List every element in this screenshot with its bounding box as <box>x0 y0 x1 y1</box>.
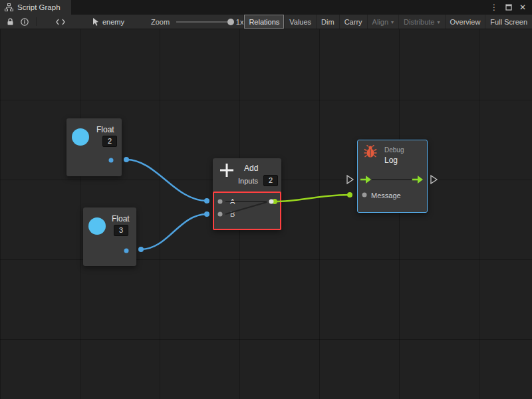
wire-float2-to-add-b[interactable] <box>141 214 207 249</box>
menu-icon[interactable]: ⋮ <box>490 3 498 11</box>
distribute-dropdown[interactable]: Distribute▾ <box>398 15 444 29</box>
script-graph-window: Script Graph ⋮ ✕ <box>0 0 532 399</box>
inputs-label: Inputs <box>238 177 258 185</box>
graph-breadcrumb[interactable]: enemy <box>92 18 124 26</box>
zoom-track <box>176 21 231 23</box>
dim-label: Dim <box>321 18 334 26</box>
node-title: Float <box>112 214 130 223</box>
wire-float1-to-add-a[interactable] <box>126 160 207 201</box>
overview-label: Overview <box>450 18 481 26</box>
plus-icon <box>219 163 234 178</box>
wire-endpoint <box>138 247 144 252</box>
wire-endpoint <box>347 192 352 198</box>
values-label: Values <box>289 18 311 26</box>
relations-label: Relations <box>249 18 279 26</box>
float-value-field[interactable]: 3 <box>114 225 128 236</box>
node-add[interactable]: Add Inputs 2 A B <box>213 158 281 230</box>
chevron-down-icon: ▾ <box>391 19 394 25</box>
wire-endpoint <box>204 211 209 217</box>
wire-endpoint <box>204 198 209 203</box>
graph-toolbar: enemy Zoom 1x Relations Values Dim Carry… <box>0 15 532 29</box>
node-title: Float <box>96 125 114 134</box>
lock-icon[interactable] <box>3 15 17 29</box>
float-value-field[interactable]: 2 <box>102 136 117 147</box>
toolbar-buttons: Relations Values Dim Carry Align▾ Distri… <box>243 15 532 29</box>
port-label-a: A <box>230 198 235 205</box>
pointer-icon <box>92 18 99 26</box>
port-debug-flow-in[interactable] <box>347 176 353 184</box>
maximize-icon[interactable] <box>505 4 512 11</box>
info-icon[interactable] <box>17 15 32 29</box>
node-float-1[interactable]: Float 2 <box>66 118 122 176</box>
float-icon <box>88 217 106 235</box>
node-float-2[interactable]: Float 3 <box>83 207 136 266</box>
overview-button[interactable]: Overview <box>445 15 485 29</box>
zoom-value: 1x <box>236 18 244 26</box>
distribute-label: Distribute <box>404 18 434 26</box>
graph-name-label: enemy <box>102 18 124 26</box>
close-icon[interactable]: ✕ <box>519 3 526 11</box>
carry-button[interactable]: Carry <box>339 15 367 29</box>
inputs-count-field[interactable]: 2 <box>263 175 278 186</box>
zoom-handle[interactable] <box>227 19 234 25</box>
node-title: Add <box>244 164 258 173</box>
toolbar-separator <box>36 17 37 26</box>
code-view-icon[interactable] <box>53 15 68 29</box>
chevron-down-icon: ▾ <box>438 19 440 25</box>
port-label-message: Message <box>371 192 401 200</box>
relations-button[interactable]: Relations <box>243 15 284 29</box>
values-button[interactable]: Values <box>284 15 316 29</box>
graph-canvas[interactable]: Float 2 Float 3 Add Inputs 2 A B <box>0 29 532 399</box>
node-category: Debug <box>384 146 404 154</box>
fullscreen-button[interactable]: Full Screen <box>485 15 532 29</box>
dim-button[interactable]: Dim <box>316 15 339 29</box>
tab-script-graph[interactable]: Script Graph <box>0 0 71 15</box>
tab-bar: Script Graph ⋮ ✕ <box>0 0 532 15</box>
graph-icon <box>5 3 13 11</box>
wire-add-to-message[interactable] <box>275 195 350 201</box>
node-title: Log <box>384 156 398 165</box>
node-debug-log[interactable]: Debug Log Message <box>357 140 428 213</box>
zoom-slider[interactable] <box>176 18 231 26</box>
zoom-label: Zoom <box>151 18 170 26</box>
wire-endpoint <box>124 157 129 162</box>
port-debug-flow-out[interactable] <box>431 176 437 184</box>
align-dropdown[interactable]: Align▾ <box>367 15 398 29</box>
fullscreen-label: Full Screen <box>490 18 527 26</box>
align-label: Align <box>372 18 388 26</box>
window-controls: ⋮ ✕ <box>490 0 532 15</box>
selection-highlight: A B <box>213 192 281 230</box>
carry-label: Carry <box>344 18 362 26</box>
float-icon <box>72 128 89 146</box>
tab-title: Script Graph <box>17 3 61 11</box>
add-node-header: Add Inputs 2 <box>213 158 281 192</box>
bug-icon <box>363 144 378 159</box>
port-label-b: B <box>230 210 235 218</box>
